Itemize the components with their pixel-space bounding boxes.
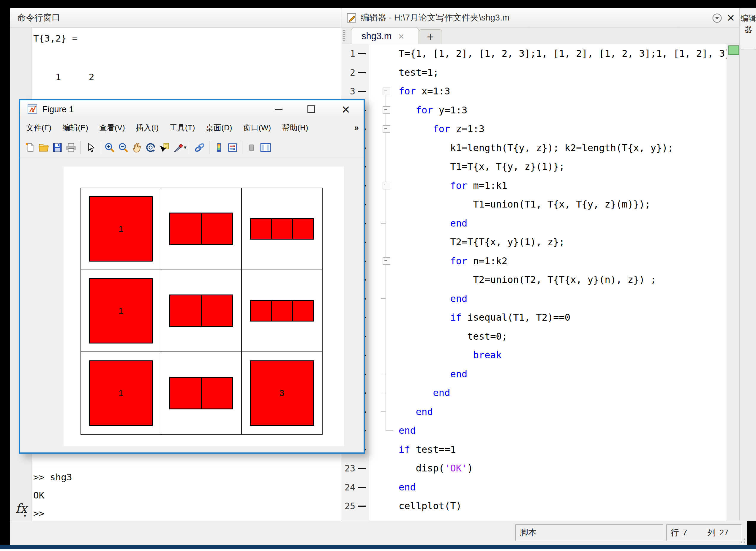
figure-window[interactable]: Figure 1 × 文件(F) 编辑(E) 查看(V) 插入(I) 工具(T)… [19, 99, 365, 454]
code-line-18[interactable]: end [399, 365, 467, 384]
menu-file[interactable]: 文件(F) [26, 123, 51, 133]
gutter-line-2[interactable]: 2 [342, 63, 369, 82]
code-line-2[interactable]: test=1; [399, 63, 439, 82]
code-line-16[interactable]: test=0; [399, 327, 507, 346]
fold-end-tick-line-18 [381, 374, 386, 374]
cellplot-cell-2-3 [242, 270, 322, 352]
cellplot-cell-3-1: 1 [81, 352, 161, 434]
figure-maximize-button[interactable] [299, 100, 323, 118]
command-window-title-label: 命令行窗口 [17, 12, 60, 24]
code-line-12[interactable]: for n=1:k2 [399, 252, 507, 271]
menu-desktop[interactable]: 桌面(D) [206, 123, 232, 133]
figure-toolbar: ▼ [20, 137, 363, 158]
menu-window[interactable]: 窗口(W) [243, 123, 271, 133]
command-output: T{3,2} = 1 2 [33, 29, 94, 87]
tab-shg3[interactable]: shg3.m × [351, 28, 419, 44]
insert-legend-button[interactable] [226, 140, 239, 155]
editor-scrollbar-strip[interactable] [727, 44, 739, 521]
cellplot-array-box [293, 218, 314, 240]
code-line-6[interactable]: k1=length(T{y, z}); k2=length(T{x, y}); [399, 139, 674, 158]
right-dock-strip: 编辑器 [739, 8, 756, 521]
editor-pencil-icon [346, 12, 358, 24]
code-line-24[interactable]: end [399, 478, 416, 497]
code-line-14[interactable]: end [399, 290, 467, 309]
code-line-7[interactable]: T1=T{x, T{y, z}(1)}; [399, 157, 565, 176]
editor-dock-tab[interactable]: 编辑器 [740, 8, 756, 50]
pan-hand-tool-button[interactable] [130, 140, 144, 155]
menu-tools[interactable]: 工具(T) [170, 123, 195, 133]
cellplot-cell-1-1: 1 [81, 188, 161, 270]
fold-collapse-icon-line-4[interactable] [383, 106, 390, 114]
zoom-in-tool-button[interactable] [103, 140, 116, 155]
figure-menubar: 文件(F) 编辑(E) 查看(V) 插入(I) 工具(T) 桌面(D) 窗口(W… [20, 118, 363, 137]
fold-collapse-icon-line-12[interactable] [383, 257, 390, 265]
gutter-line-3[interactable]: 3 [342, 82, 369, 101]
code-line-11[interactable]: T2=T{T{x, y}(1), z}; [399, 233, 565, 252]
save-button[interactable] [50, 140, 64, 155]
fold-collapse-icon-line-8[interactable] [383, 182, 390, 189]
cellplot-array-box [169, 295, 202, 327]
cellplot-cell-2-2 [161, 270, 242, 352]
new-figure-button[interactable] [23, 140, 37, 155]
code-line-17[interactable]: break [399, 346, 502, 365]
code-line-21[interactable]: end [399, 421, 416, 440]
code-line-1[interactable]: T={1, [1, 2], [1, 2, 3];1, [1, 2], [1, 2… [399, 44, 736, 63]
figure-close-button[interactable]: × [334, 100, 358, 118]
tabbar-grip-icon[interactable] [343, 30, 345, 42]
print-button[interactable] [64, 140, 78, 155]
brush-dropdown-caret[interactable]: ▼ [183, 145, 187, 150]
menu-help[interactable]: 帮助(H) [282, 123, 308, 133]
rotate-3d-tool-button[interactable] [144, 140, 158, 155]
fx-function-hint-button[interactable]: fx [15, 501, 27, 516]
gutter-line-23[interactable]: 23 [342, 459, 369, 478]
editor-close-button[interactable]: × [725, 11, 737, 25]
code-line-8[interactable]: for m=1:k1 [399, 176, 507, 195]
open-file-button[interactable] [37, 140, 50, 155]
code-line-10[interactable]: end [399, 214, 467, 233]
figure-canvas: 1113 [20, 159, 363, 451]
editor-code-area[interactable]: 1234567891011121314151617181920212223242… [342, 44, 739, 521]
code-line-23[interactable]: disp('OK') [399, 459, 473, 478]
gutter-line-24[interactable]: 24 [342, 478, 369, 497]
menu-view[interactable]: 查看(V) [99, 123, 125, 133]
link-plot-button[interactable] [193, 140, 207, 155]
menu-overflow-icon[interactable]: » [354, 123, 363, 132]
hide-plot-tools-button[interactable] [245, 140, 259, 155]
code-line-19[interactable]: end [399, 384, 450, 403]
code-line-22[interactable]: if test==1 [399, 440, 456, 459]
pointer-tool-button[interactable] [83, 140, 97, 155]
window-resize-grip[interactable] [738, 535, 745, 543]
editor-panel: 编辑器 - H:\7月论文写作文件夹\shg3.m × shg3.m × + 1… [342, 8, 739, 521]
code-line-15[interactable]: if isequal(T1, T2)==0 [399, 308, 570, 327]
menu-edit[interactable]: 编辑(E) [62, 123, 88, 133]
fold-collapse-icon-line-5[interactable] [383, 125, 390, 133]
fold-collapse-icon-line-3[interactable] [383, 88, 390, 95]
figure-titlebar[interactable]: Figure 1 × [20, 100, 363, 118]
figure-minimize-button[interactable] [267, 100, 290, 118]
code-line-5[interactable]: for z=1:3 [399, 120, 485, 139]
new-tab-button[interactable]: + [419, 29, 442, 44]
code-line-3[interactable]: for x=1:3 [399, 82, 450, 101]
code-line-20[interactable]: end [399, 403, 433, 422]
menu-insert[interactable]: 插入(I) [136, 123, 159, 133]
insert-colorbar-button[interactable] [212, 140, 226, 155]
tab-close-icon[interactable]: × [398, 32, 404, 41]
cellplot-array-box [202, 295, 233, 327]
data-cursor-tool-button[interactable] [158, 140, 171, 155]
code-line-4[interactable]: for y=1:3 [399, 101, 467, 120]
status-col-label: 列 [708, 527, 716, 538]
gutter-line-1[interactable]: 1 [342, 44, 369, 63]
zoom-out-tool-button[interactable] [116, 140, 130, 155]
gutter-line-25[interactable]: 25 [342, 497, 369, 516]
code-analyzer-green-indicator[interactable] [728, 45, 739, 55]
cellplot-array-box [293, 300, 314, 322]
command-prompt-lines[interactable]: >> shg3 OK >> [33, 468, 72, 523]
code-line-13[interactable]: T2=union(T2, T{T{x, y}(n), z}) ; [399, 270, 656, 290]
cellplot-grid: 1113 [80, 188, 323, 435]
code-line-25[interactable]: cellplot(T) [399, 497, 462, 516]
breakpoint-dash [358, 468, 366, 469]
show-plot-tools-button[interactable] [259, 140, 272, 155]
editor-actions-menu-button[interactable] [712, 13, 722, 23]
cellplot-scalar-box: 1 [89, 196, 153, 261]
code-line-9[interactable]: T1=union(T1, T{x, T{y, z}(m)}); [399, 195, 651, 214]
